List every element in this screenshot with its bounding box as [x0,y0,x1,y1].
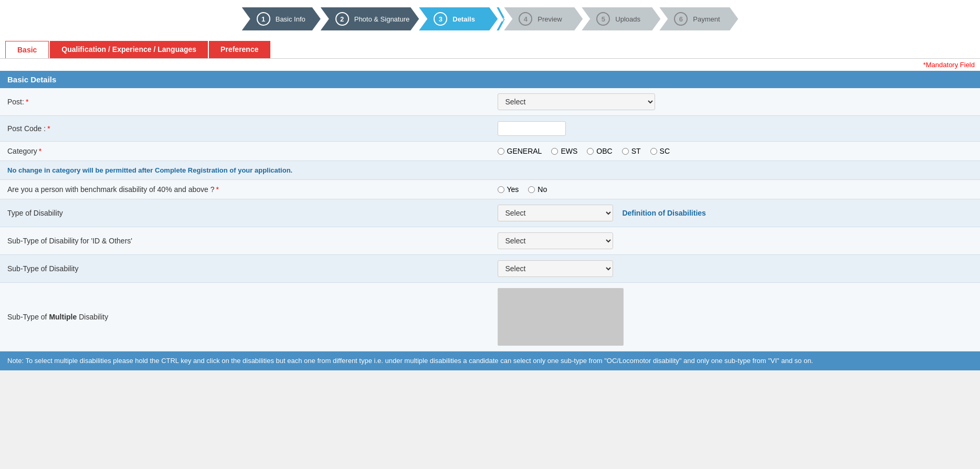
type-disability-input-cell: Select Definition of Disabilities [490,199,981,227]
mandatory-note: *Mandatory Field [0,59,980,71]
category-input-cell: GENERAL EWS OBC ST SC [490,142,981,161]
step-4-label: Preview [538,15,562,23]
multiple-disability-row: Sub-Type of Multiple Disability [0,283,980,351]
subtype-disability-select[interactable]: Select [498,260,613,277]
step-6[interactable]: 6 Payment [660,7,738,30]
disability-radio-group: Yes No [498,185,973,194]
tab-preference[interactable]: Preference [209,41,270,58]
subtype-id-label: Sub-Type of Disability for 'ID & Others' [0,227,490,255]
note-bar-text: Note: To select multiple disabilities pl… [7,357,813,365]
step-2-num: 2 [335,12,349,26]
subtype-id-input-cell: Select [490,227,981,255]
disability-yes[interactable]: Yes [498,185,519,194]
step-4-num: 4 [519,12,532,26]
subtype-disability-label: Sub-Type of Disability [0,255,490,283]
type-disability-select[interactable]: Select [498,205,613,221]
post-select[interactable]: Select [498,93,655,110]
step-3[interactable]: 3 Details [419,7,498,30]
multiple-disability-select[interactable] [498,288,624,346]
basic-details-form: Post:* Select Post Code :* Category* GEN… [0,88,980,351]
step-5-label: Uploads [615,15,640,23]
radio-no[interactable] [528,186,535,193]
tabs: Basic Qualification / Experience / Langu… [0,36,980,59]
radio-st[interactable] [622,148,629,155]
note-bar: Note: To select multiple disabilities pl… [0,351,980,370]
disability-question-label: Are you a person with benchmark disabili… [0,180,490,199]
radio-general[interactable] [498,148,504,155]
subtype-disability-input-cell: Select [490,255,981,283]
radio-ews[interactable] [551,148,558,155]
step-5[interactable]: 5 Uploads [583,7,660,30]
disability-no[interactable]: No [528,185,547,194]
step-6-num: 6 [674,12,688,26]
step-3-num: 3 [434,12,447,26]
post-input-cell: Select [490,88,981,116]
post-code-row: Post Code :* [0,116,980,142]
subtype-disability-row: Sub-Type of Disability Select [0,255,980,283]
category-radio-group: GENERAL EWS OBC ST SC [498,147,973,155]
step-1-num: 1 [257,12,270,26]
stepper: 1 Basic Info 2 Photo & Signature 3 Detai… [0,0,980,36]
post-code-label: Post Code :* [0,116,490,142]
category-obc[interactable]: OBC [587,147,612,155]
category-notice-row: No change in category will be permitted … [0,161,980,180]
category-label: Category* [0,142,490,161]
step-2[interactable]: 2 Photo & Signature [321,7,419,30]
category-notice: No change in category will be permitted … [0,161,980,180]
category-ews[interactable]: EWS [551,147,577,155]
step-6-label: Payment [693,15,720,23]
step-5-num: 5 [596,12,610,26]
post-row: Post:* Select [0,88,980,116]
category-sc[interactable]: SC [650,147,670,155]
step-3-label: Details [452,15,475,23]
radio-obc[interactable] [587,148,594,155]
category-row: Category* GENERAL EWS OBC ST [0,142,980,161]
post-code-input[interactable] [498,121,566,136]
multiple-disability-input-cell [490,283,981,351]
type-disability-row: Type of Disability Select Definition of … [0,199,980,227]
post-label: Post:* [0,88,490,116]
subtype-id-select[interactable]: Select [498,232,613,249]
multiple-disability-label: Sub-Type of Multiple Disability [0,283,490,351]
step-1-label: Basic Info [276,15,305,23]
post-code-input-cell [490,116,981,142]
disability-question-input: Yes No [490,180,981,199]
category-st[interactable]: ST [622,147,641,155]
radio-sc[interactable] [650,148,657,155]
category-general[interactable]: GENERAL [498,147,542,155]
tab-basic[interactable]: Basic [5,41,49,58]
subtype-id-row: Sub-Type of Disability for 'ID & Others'… [0,227,980,255]
tab-qualification[interactable]: Qualification / Experience / Languages [50,41,208,58]
radio-yes[interactable] [498,186,504,193]
disability-question-row: Are you a person with benchmark disabili… [0,180,980,199]
step-4[interactable]: 4 Preview [505,7,583,30]
definition-disabilities-link[interactable]: Definition of Disabilities [622,209,705,217]
step-2-label: Photo & Signature [354,15,410,23]
section-header: Basic Details [0,71,980,88]
step-1[interactable]: 1 Basic Info [242,7,321,30]
type-disability-label: Type of Disability [0,199,490,227]
